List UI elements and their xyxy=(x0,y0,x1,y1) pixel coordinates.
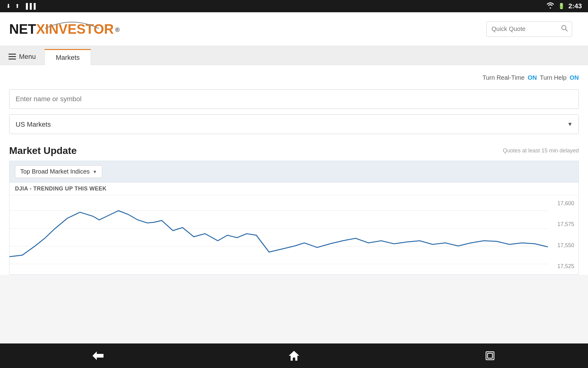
quick-quote-input[interactable] xyxy=(486,21,572,37)
bars-icon: ▐▐▐ xyxy=(24,3,36,10)
y-axis-label-1: 17,600 xyxy=(548,200,574,207)
y-axis-label-2: 17,575 xyxy=(548,221,574,228)
upload-icon: ⬆ xyxy=(15,3,20,10)
chart-line-djia xyxy=(9,211,548,257)
chart-filter-label: Top Broad Market Indices xyxy=(20,168,90,175)
logo-container: NETX INVESTOR ® xyxy=(9,22,120,36)
wifi-icon xyxy=(546,2,554,10)
nav-bar: Menu Markets xyxy=(0,46,588,65)
y-axis-label-4: 17,525 xyxy=(548,263,574,270)
main-content: Turn Real-Time ON Turn Help ON US Market… xyxy=(0,65,588,275)
svg-rect-4 xyxy=(9,59,16,59)
quick-quote-button[interactable] xyxy=(561,25,568,33)
status-bar-left: ⬇ ⬆ ▐▐▐ xyxy=(6,3,36,10)
recent-apps-icon xyxy=(485,351,495,360)
hamburger-icon xyxy=(9,54,16,60)
svg-rect-3 xyxy=(9,56,16,57)
quick-quote-container[interactable] xyxy=(486,21,579,37)
home-button[interactable] xyxy=(282,347,306,365)
help-label: Turn Help xyxy=(540,74,567,81)
header: NETX INVESTOR ® xyxy=(0,12,588,46)
svg-point-0 xyxy=(562,25,566,30)
y-axis-label-3: 17,550 xyxy=(548,242,574,249)
time-display: 2:43 xyxy=(568,2,582,10)
battery-icon: 🔋 xyxy=(558,3,565,10)
market-select[interactable]: US Markets Global Markets Currencies Fut… xyxy=(9,114,579,134)
menu-button[interactable]: Menu xyxy=(0,49,44,65)
tab-markets[interactable]: Markets xyxy=(44,49,91,65)
market-select-wrapper[interactable]: US Markets Global Markets Currencies Fut… xyxy=(9,114,579,134)
chart-area: 17,600 17,575 17,550 17,525 xyxy=(9,195,579,274)
back-button[interactable] xyxy=(86,347,110,365)
chart-section: Top Broad Market Indices ▼ DJIA - TRENDI… xyxy=(9,161,579,275)
chart-svg-container xyxy=(9,195,548,274)
download-icon: ⬇ xyxy=(6,3,11,10)
realtime-row: Turn Real-Time ON Turn Help ON xyxy=(9,74,579,81)
svg-line-1 xyxy=(566,29,568,31)
chart-filter-dropdown[interactable]: Top Broad Market Indices ▼ xyxy=(15,165,102,178)
svg-rect-2 xyxy=(9,54,16,55)
recent-apps-button[interactable] xyxy=(478,347,502,365)
market-update-header: Market Update Quotes at least 15 min del… xyxy=(9,145,579,156)
status-bar: ⬇ ⬆ ▐▐▐ 🔋 2:43 xyxy=(0,0,588,12)
djia-label: DJIA - TRENDING UP THIS WEEK xyxy=(9,182,579,195)
logo-arc xyxy=(44,19,100,36)
quotes-delayed-label: Quotes at least 15 min delayed xyxy=(503,148,579,154)
chart-filter-bar: Top Broad Market Indices ▼ xyxy=(9,161,579,182)
realtime-status[interactable]: ON xyxy=(528,74,537,81)
help-status[interactable]: ON xyxy=(570,74,579,81)
svg-marker-9 xyxy=(92,351,104,360)
symbol-search-input[interactable] xyxy=(9,89,579,109)
menu-label: Menu xyxy=(19,53,36,61)
svg-rect-12 xyxy=(488,353,492,358)
chart-svg xyxy=(9,195,548,274)
logo-trademark: ® xyxy=(115,26,120,33)
realtime-label: Turn Real-Time xyxy=(482,74,524,81)
status-bar-right: 🔋 2:43 xyxy=(546,2,582,10)
bottom-bar xyxy=(0,343,588,368)
chart-filter-arrow-icon: ▼ xyxy=(93,169,97,174)
tab-markets-label: Markets xyxy=(56,54,80,62)
back-icon xyxy=(92,351,104,360)
home-icon xyxy=(289,351,299,361)
svg-marker-10 xyxy=(289,351,299,361)
chart-y-axis: 17,600 17,575 17,550 17,525 xyxy=(548,195,579,274)
logo-netx: NETX xyxy=(9,22,45,36)
market-update-title: Market Update xyxy=(9,145,77,156)
